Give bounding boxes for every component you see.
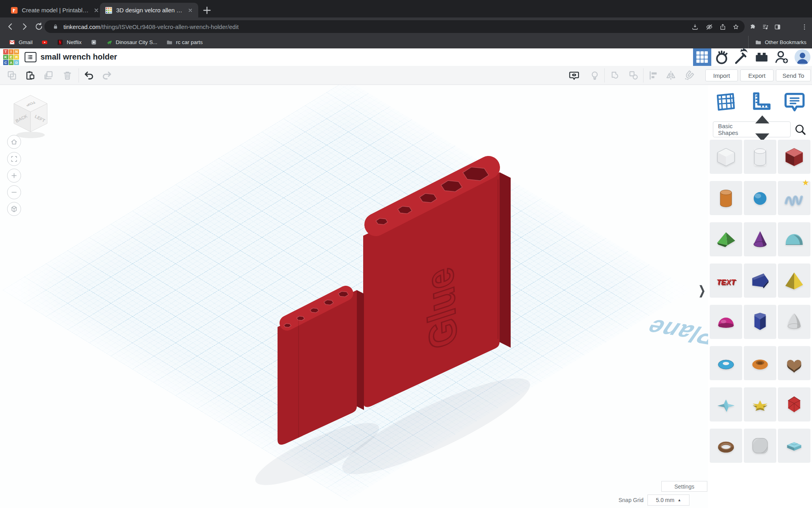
share-icon[interactable]	[719, 23, 726, 31]
logo-tile: D	[14, 60, 19, 65]
shape-tile-paraboloid[interactable]	[778, 305, 810, 339]
block-export-button[interactable]	[733, 48, 751, 66]
shape-tile-cylinder[interactable]	[710, 181, 742, 215]
password-eye-off-icon[interactable]	[706, 23, 713, 31]
shape-tile-heart[interactable]	[778, 346, 810, 380]
gmail-icon	[9, 39, 15, 46]
shape-tile-polygon[interactable]	[744, 305, 776, 339]
view-cube[interactable]: TOP BACK LEFT	[9, 90, 52, 139]
shape-tile-scribble[interactable]: ★	[778, 181, 810, 215]
forward-icon[interactable]	[20, 22, 29, 31]
snap-grid-dropdown[interactable]: 5.0 mm ▲	[647, 495, 689, 506]
brick-export-button[interactable]	[753, 48, 771, 66]
shape-tile-halfsphere[interactable]	[710, 305, 742, 339]
perspective-toggle-button[interactable]	[7, 202, 21, 216]
media-extension-icon[interactable]	[762, 23, 769, 31]
duplicate-icon[interactable]	[43, 70, 54, 81]
bookmark-item[interactable]: Netflix	[57, 39, 82, 46]
undo-icon[interactable]	[83, 70, 94, 81]
fit-view-button[interactable]	[7, 152, 21, 166]
search-shapes-button[interactable]	[793, 121, 807, 137]
logo-tile: N	[14, 49, 19, 54]
shape-tile-gem[interactable]	[778, 429, 810, 463]
shape-tile-ring[interactable]	[710, 429, 742, 463]
zoom-in-button[interactable]	[7, 169, 21, 183]
back-icon[interactable]	[6, 22, 15, 31]
bookmark-item[interactable]	[41, 39, 48, 46]
bookmark-star-icon[interactable]	[732, 23, 739, 31]
shape-tile-pyramid[interactable]	[778, 264, 810, 298]
shape-tile-star5[interactable]	[744, 387, 776, 421]
bookmark-item[interactable]: Dinosaur City S...	[106, 39, 157, 46]
group-icon[interactable]	[610, 70, 621, 81]
reload-icon[interactable]	[34, 22, 44, 31]
tab-printables[interactable]: Create model | Printables.com	[6, 3, 105, 17]
ungroup-icon[interactable]	[628, 70, 639, 81]
shape-tile-icosahedron[interactable]	[778, 387, 810, 421]
shape-tile-torus-thick[interactable]	[744, 346, 776, 380]
star-badge-icon: ★	[802, 178, 809, 187]
paste-icon[interactable]	[25, 70, 36, 81]
export-button[interactable]: Export	[740, 69, 774, 81]
bookmark-item[interactable]	[90, 39, 97, 46]
menu-kebab-icon[interactable]	[801, 23, 808, 31]
close-tab-icon[interactable]	[93, 7, 100, 14]
design-viewport[interactable]: Plane Glue TOP BACK LEFT ❯ Settings Snap…	[0, 85, 708, 508]
zoom-out-button[interactable]	[7, 185, 21, 199]
address-bar[interactable]: tinkercad.com/things/ISVeOLr9408-velcro-…	[44, 20, 745, 33]
mirror-icon[interactable]	[665, 70, 676, 81]
bookmark-item[interactable]: rc car parts	[166, 39, 203, 46]
tab-label: Create model | Printables.com	[22, 7, 89, 13]
hide-selected-icon[interactable]	[589, 70, 600, 81]
shapes-panel: Basic Shapes ★TEXTTEXT	[708, 85, 812, 508]
logo-tile: A	[9, 60, 14, 65]
logo-tile: C	[3, 60, 8, 65]
design-title[interactable]: small wrench holder	[40, 52, 117, 62]
new-tab-button[interactable]	[201, 5, 213, 16]
settings-button[interactable]: Settings	[661, 481, 707, 492]
close-tab-icon[interactable]	[187, 7, 193, 14]
shape-tile-cone[interactable]	[744, 222, 776, 256]
model-scene[interactable]: Glue	[0, 85, 708, 508]
logo-tile: I	[9, 49, 14, 54]
other-bookmarks-folder[interactable]: Other Bookmarks	[748, 36, 806, 48]
redo-icon[interactable]	[102, 70, 113, 81]
shape-tile-die[interactable]	[744, 429, 776, 463]
bookmark-item[interactable]: Gmail	[9, 39, 33, 46]
shape-tile-cylinder-stripe[interactable]	[744, 140, 776, 174]
shape-tile-wedge[interactable]	[744, 264, 776, 298]
side-panel-icon[interactable]	[774, 23, 781, 31]
shape-category-select[interactable]: Basic Shapes	[713, 121, 791, 137]
panel-collapse-chevron-icon[interactable]: ❯	[699, 283, 706, 297]
shape-tile-roof[interactable]	[710, 222, 742, 256]
logo-tile: R	[14, 55, 19, 60]
tab-tinkercad[interactable]: 3D design velcro allen wrench |	[100, 3, 198, 17]
shape-tile-box-stripe[interactable]	[710, 140, 742, 174]
view-3d-button[interactable]	[693, 48, 711, 66]
show-all-icon[interactable]	[569, 70, 580, 81]
share-invite-button[interactable]	[772, 48, 791, 66]
shape-tile-roundroof[interactable]	[778, 222, 810, 256]
shape-gallery: ★TEXTTEXT	[710, 140, 810, 463]
home-view-button[interactable]	[7, 135, 21, 149]
shape-tile-text[interactable]: TEXTTEXT	[710, 264, 742, 298]
copy-icon[interactable]	[6, 70, 17, 81]
shape-tile-box[interactable]	[778, 140, 810, 174]
snap-magnet-icon[interactable]	[684, 70, 695, 81]
youtube-icon	[41, 39, 48, 46]
align-icon[interactable]	[648, 70, 659, 81]
shape-tile-torus[interactable]	[710, 346, 742, 380]
delete-icon[interactable]	[62, 70, 73, 81]
lock-icon	[52, 23, 59, 30]
send-to-button[interactable]: Send To	[776, 69, 811, 81]
workplane-tool[interactable]	[713, 90, 738, 115]
extensions-puzzle-icon[interactable]	[749, 23, 756, 31]
tinkercad-avatar[interactable]	[795, 49, 810, 65]
design-menu-button[interactable]	[25, 52, 36, 62]
install-icon[interactable]	[691, 23, 699, 31]
sim-lab-button[interactable]	[713, 48, 731, 66]
tinkercad-logo[interactable]: TINKERCAD	[3, 49, 19, 65]
shape-tile-star4[interactable]	[710, 387, 742, 421]
shape-tile-sphere[interactable]	[744, 181, 776, 215]
import-button[interactable]: Import	[705, 69, 738, 81]
